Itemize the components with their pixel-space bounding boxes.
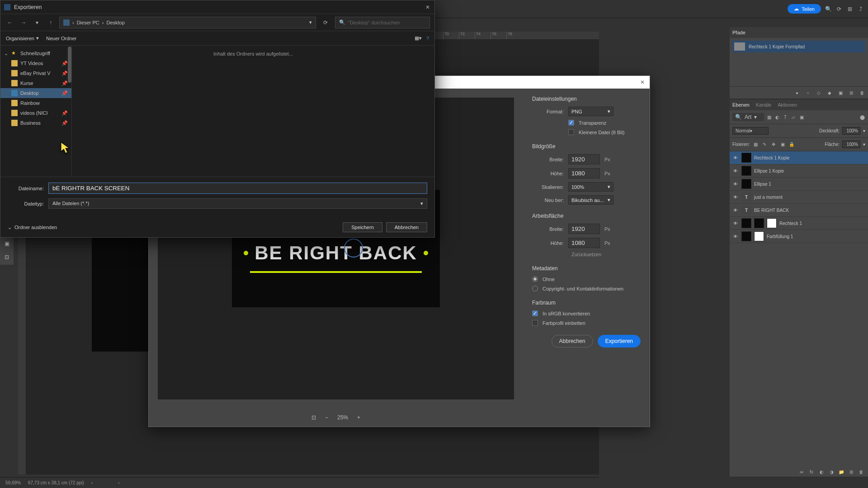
tree-item[interactable]: YT Videos📌	[0, 58, 71, 68]
tree-item[interactable]: Rainbow	[0, 98, 71, 108]
share-button[interactable]: ☁ Teilen	[788, 4, 821, 14]
pin-icon[interactable]: 📌	[61, 70, 66, 76]
opacity-input[interactable]: 100%	[842, 127, 860, 135]
height-input[interactable]	[568, 168, 600, 178]
filter-image-icon[interactable]: ▦	[766, 114, 772, 120]
visibility-icon[interactable]: 👁	[732, 220, 739, 226]
view-icon[interactable]: ▦▾	[415, 35, 422, 41]
chevron-right-icon[interactable]: ›	[91, 480, 93, 485]
hide-folders-toggle[interactable]: ⌄ Ordner ausblenden	[8, 225, 57, 230]
resample-select[interactable]: Bikubisch au...▾	[568, 195, 613, 205]
save-button[interactable]: Speichern	[343, 222, 382, 232]
stroke-path-icon[interactable]: ○	[805, 89, 811, 96]
transparency-checkbox[interactable]: ✓	[568, 120, 574, 126]
pin-icon[interactable]: 📌	[61, 80, 66, 86]
tree-item[interactable]: Business📌	[0, 118, 71, 128]
zoom-out-icon[interactable]: −	[325, 414, 328, 421]
export-cancel-button[interactable]: Abbrechen	[552, 335, 593, 347]
pin-icon[interactable]: 📌	[61, 110, 66, 116]
visibility-icon[interactable]: 👁	[732, 233, 739, 239]
refresh-icon[interactable]: ⟳	[320, 17, 331, 28]
layer-row[interactable]: 👁Ellipse 1	[730, 178, 868, 191]
meta-none-radio[interactable]	[532, 276, 538, 282]
format-select[interactable]: PNG▾	[568, 107, 613, 116]
zoom-value[interactable]: 25%	[337, 414, 348, 421]
file-list[interactable]: Inhalt des Ordners wird aufgelistet...	[72, 46, 434, 177]
dialog-close-icon[interactable]: ✕	[425, 4, 431, 10]
search-input[interactable]: 🔍 "Desktop" durchsuchen	[335, 17, 430, 28]
filter-toggle-icon[interactable]: ⬤	[859, 114, 865, 120]
canvas-height-input[interactable]	[568, 238, 600, 248]
tree-item[interactable]: eBay Privat V📌	[0, 68, 71, 78]
new-layer-icon[interactable]: ⊞	[848, 469, 854, 475]
tab-paths[interactable]: Pfade	[732, 28, 745, 37]
layer-row[interactable]: 👁Ellipse 1 Kopie	[730, 164, 868, 178]
filetype-select[interactable]: Alle Dateien (*.*)▾	[48, 198, 427, 209]
cancel-button[interactable]: Abbrechen	[386, 222, 427, 232]
layer-row[interactable]: 👁Farbfüllung 1	[730, 230, 868, 243]
share-out-icon[interactable]: ⤴	[857, 5, 864, 13]
layer-row[interactable]: 👁Tjust a moment	[730, 191, 868, 204]
scale-select[interactable]: 100%▾	[568, 182, 613, 192]
chevron-down-icon[interactable]: ▾	[863, 128, 865, 133]
layer-row[interactable]: 👁Rechteck 1	[730, 217, 868, 230]
up-icon[interactable]: ↑	[46, 18, 56, 28]
fill-path-icon[interactable]: ●	[794, 89, 800, 96]
visibility-icon[interactable]: 👁	[732, 181, 739, 187]
visibility-icon[interactable]: 👁	[732, 207, 739, 213]
tab-channels[interactable]: Kanäle	[756, 100, 771, 109]
meta-copyright-radio[interactable]	[532, 286, 538, 291]
pin-icon[interactable]: 📌	[61, 61, 66, 66]
lock-all-icon[interactable]: 🔒	[788, 141, 795, 148]
filter-adjust-icon[interactable]: ◐	[774, 114, 780, 120]
breadcrumb[interactable]: › Dieser PC › Desktop ▾	[59, 17, 316, 28]
quick-mask-icon[interactable]: ▣	[1, 238, 13, 249]
add-path-icon[interactable]: ⊞	[848, 89, 854, 96]
selection-path-icon[interactable]: ◇	[816, 89, 822, 96]
arrange-icon[interactable]: ⊞	[846, 5, 854, 13]
filter-smart-icon[interactable]: ▣	[798, 114, 805, 120]
layer-row[interactable]: 👁Rechteck 1 Kopie	[730, 151, 868, 164]
embed-profile-checkbox[interactable]	[532, 320, 538, 326]
search-icon[interactable]: 🔍	[825, 5, 832, 13]
mask-icon[interactable]: ◐	[818, 469, 825, 475]
history-icon[interactable]: ⟳	[835, 5, 843, 13]
fx-icon[interactable]: fx	[808, 469, 815, 475]
canvas-width-input[interactable]	[568, 224, 600, 234]
tree-item[interactable]: videos (NICI📌	[0, 108, 71, 118]
visibility-icon[interactable]: 👁	[732, 155, 739, 161]
filter-shape-icon[interactable]: ▱	[790, 114, 797, 120]
layer-filter[interactable]: 🔍 Art ▾	[732, 113, 764, 121]
tree-item[interactable]: Desktop📌	[0, 88, 71, 98]
reset-link[interactable]: Zurücksetzen	[532, 252, 641, 257]
zoom-level[interactable]: 59,69%	[5, 480, 21, 485]
expand-icon[interactable]: ⌄	[4, 51, 9, 56]
pin-icon[interactable]: 📌	[61, 90, 66, 96]
forward-icon[interactable]: →	[19, 18, 28, 28]
path-item[interactable]: Rechteck 1 Kopie Formpfad	[732, 41, 865, 52]
help-icon[interactable]: ?	[426, 36, 429, 41]
recent-icon[interactable]: ▾	[32, 18, 42, 28]
tree-item[interactable]: ⌄★Schnellzugriff	[0, 48, 71, 58]
blend-mode-select[interactable]: Normal▾	[732, 127, 769, 135]
lock-brush-icon[interactable]: ✎	[761, 141, 768, 148]
mask-path-icon[interactable]: ◆	[826, 89, 833, 96]
smaller-file-checkbox[interactable]	[568, 129, 574, 135]
folder-tree[interactable]: ⌄★SchnellzugriffYT Videos📌eBay Privat V📌…	[0, 46, 72, 177]
organize-button[interactable]: Organisieren▾	[6, 35, 39, 41]
delete-path-icon[interactable]: 🗑	[859, 89, 865, 96]
zoom-in-icon[interactable]: +	[357, 414, 360, 421]
group-icon[interactable]: 📁	[838, 469, 844, 475]
fill-input[interactable]: 100%	[842, 141, 860, 148]
tree-item[interactable]: Kurse📌	[0, 78, 71, 88]
tab-layers[interactable]: Ebenen	[732, 100, 750, 109]
back-icon[interactable]: ←	[5, 18, 15, 28]
export-close-icon[interactable]: ✕	[639, 79, 646, 86]
srgb-checkbox[interactable]: ✓	[532, 310, 538, 316]
lock-move-icon[interactable]: ✥	[770, 141, 777, 148]
visibility-icon[interactable]: 👁	[732, 194, 739, 200]
export-confirm-button[interactable]: Exportieren	[598, 335, 641, 347]
chevron-down-icon[interactable]: ▾	[309, 19, 312, 25]
chevron-left-icon[interactable]: ‹	[118, 480, 119, 485]
delete-layer-icon[interactable]: 🗑	[858, 469, 864, 475]
